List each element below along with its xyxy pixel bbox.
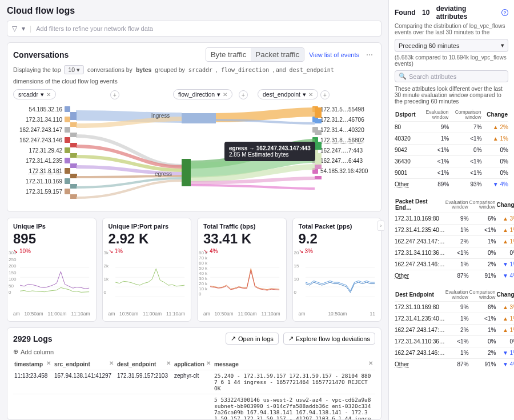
add-column-icon-1[interactable]: + xyxy=(110,90,119,99)
info-icon[interactable]: ? xyxy=(501,9,508,16)
table-row[interactable]: 172.31.41.235:40…1%<1%▲ 1% xyxy=(395,225,514,236)
deviations-title: Found 10 deviating attributes ? xyxy=(395,5,508,21)
explore-deviations-button[interactable]: ↗ Explore flow log deviations xyxy=(283,333,375,345)
byte-traffic-tab[interactable]: Byte traffic xyxy=(206,48,251,61)
svg-rect-13 xyxy=(315,130,322,135)
remove-column-icon[interactable]: ✕ xyxy=(109,360,114,366)
table-row[interactable]: 162.247.243.146:…1%2%▼ 1% xyxy=(395,347,514,359)
y-axis-ticks: 300250200150100500 xyxy=(9,250,16,295)
expand-icon[interactable]: › xyxy=(378,221,384,231)
conversations-panel: Conversations Byte traffic Packet traffi… xyxy=(7,42,382,212)
col-change: Change xyxy=(496,289,514,302)
sankey-col-flow[interactable]: flow_direction ▾ ✕ xyxy=(173,89,232,99)
table-row[interactable]: 5 533224300146 us-west-2 usw2-az4 - vpc-… xyxy=(13,394,375,421)
log-column-header[interactable]: message✕ xyxy=(213,359,375,370)
more-menu-icon[interactable]: ⋯ xyxy=(364,51,375,59)
arrow-down-icon: ↘ xyxy=(109,248,113,254)
comparison-window-select[interactable]: Preceding 60 minutes▾ xyxy=(395,39,508,52)
table-row[interactable]: 9001<1%<1% 0% xyxy=(395,167,508,179)
x-axis-ticks: am10:50am11:00am11:10am xyxy=(203,311,280,317)
topn-select[interactable]: 10 ▾ xyxy=(64,65,84,74)
sankey-chart: srcaddr ▾ ✕ + flow_direction ▾ ✕ + dest_… xyxy=(13,89,375,209)
table-row-other[interactable]: Other87%91%▼ 4% xyxy=(395,359,514,370)
sparkline xyxy=(203,257,280,308)
attribute-table: Dest Endpoint Evaluationwindow Compariso… xyxy=(395,289,514,370)
open-in-logs-button[interactable]: ↗ Open in logs xyxy=(226,333,279,345)
page-title: Cloud flow logs xyxy=(7,6,382,16)
remove-column-icon[interactable]: ✕ xyxy=(166,360,171,366)
stat-card: Unique IP:Port pairs 2.92 K ↘ 1% am10:50… xyxy=(102,218,192,322)
svg-text:ingress: ingress xyxy=(151,113,170,119)
log-column-header[interactable]: dest_endpoint✕ xyxy=(116,359,173,370)
svg-rect-17 xyxy=(315,176,322,179)
table-row-other[interactable]: Other87%91%▼ 4% xyxy=(395,270,514,282)
stat-title: Total Traffic (bps) xyxy=(203,223,280,230)
stat-card: Total Traffic (bps) 33.41 K ↘ 4% am10:50… xyxy=(197,218,287,322)
table-row[interactable]: 172.31.10.169:809%6%▲ 3% xyxy=(395,302,514,313)
chevron-down-icon: ▾ xyxy=(217,91,220,98)
sankey-col-src[interactable]: srcaddr ▾ ✕ xyxy=(13,89,56,99)
table-row[interactable]: 172.31.34.110:36…<1%0% 0% xyxy=(395,336,514,347)
table-row[interactable]: 36430<1%<1% 0% xyxy=(395,156,508,167)
external-icon: ↗ xyxy=(288,335,294,342)
table-row[interactable]: 172.31.41.235:40…1%<1%▲ 1% xyxy=(395,313,514,325)
chevron-down-icon: ▾ xyxy=(303,91,306,98)
sankey-col-dest[interactable]: dest_endpoint ▾ ✕ xyxy=(258,89,318,99)
table-row[interactable]: 809%7%▲ 2% xyxy=(395,122,508,133)
table-row[interactable]: 162.247.243.147:…2%1%▲ 1% xyxy=(395,236,514,247)
filter-placeholder: Add filters to refine your network flow … xyxy=(36,25,153,32)
arrow-down-icon: ↘ xyxy=(299,248,303,254)
packet-traffic-tab[interactable]: Packet traffic xyxy=(251,48,304,61)
svg-rect-12 xyxy=(315,119,322,123)
external-icon: ↗ xyxy=(231,335,236,342)
stat-delta: ↘ 1% xyxy=(109,248,186,254)
comparison-note: (5.683k compared to 10.694k log_vpc_flow… xyxy=(395,54,508,67)
remove-column-icon[interactable]: ✕ xyxy=(368,360,373,366)
log-column-header[interactable]: application✕ xyxy=(173,359,213,370)
traffic-toggle[interactable]: Byte traffic Packet traffic xyxy=(206,47,305,62)
filter-bar[interactable]: ▽ ▾ | Add filters to refine your network… xyxy=(7,21,382,37)
col-eval: Evaluationwindow xyxy=(420,109,449,122)
table-row[interactable]: 9042<1%0% 0% xyxy=(395,145,508,156)
close-icon[interactable]: ✕ xyxy=(46,91,51,98)
sparkline xyxy=(299,257,376,308)
table-row[interactable]: 162.247.243.146:…1%2%▼ 1% xyxy=(395,259,514,270)
add-column-button[interactable]: ⊕ Add column xyxy=(13,348,375,355)
chevron-down-icon: ▾ xyxy=(501,42,504,49)
table-row[interactable]: 403201%<1%▲ 1% xyxy=(395,133,508,145)
stat-card: Unique IPs 895 ↘ 10% am10:50am11:00am11:… xyxy=(7,218,97,322)
view-list-link[interactable]: View list of events xyxy=(309,51,359,58)
stat-value: 2.92 K xyxy=(109,231,186,247)
log-column-header[interactable]: timestamp✕ xyxy=(13,359,53,370)
conversations-subtitle: Displaying the top 10 ▾ conversations by… xyxy=(13,65,375,85)
stat-delta: ↘ 4% xyxy=(203,248,280,254)
close-icon[interactable]: ✕ xyxy=(223,91,227,98)
stat-value: 33.41 K xyxy=(203,231,280,247)
add-column-icon-3[interactable]: + xyxy=(320,90,330,99)
table-row[interactable]: 172.31.10.169:809%6%▲ 3% xyxy=(395,213,514,225)
filter-icon: ▽ xyxy=(12,25,17,33)
log-column-header[interactable]: src_endpoint✕ xyxy=(53,359,116,370)
table-row[interactable]: 162.247.243.147:…2%1%▲ 1% xyxy=(395,325,514,336)
chevron-down-icon: ▾ xyxy=(41,91,44,98)
close-icon[interactable]: ✕ xyxy=(308,91,313,98)
table-row[interactable]: 172.31.34.110:36…<1%0% 0% xyxy=(395,247,514,259)
conversations-title: Conversations xyxy=(13,50,69,59)
y-axis-ticks: 80 k70 k60 k50 k40 k30 k20 k10 k0 xyxy=(199,250,207,295)
svg-rect-14 xyxy=(315,142,322,150)
table-row-other[interactable]: Other89%93%▼ 4% xyxy=(395,179,508,190)
search-icon: 🔍 xyxy=(399,73,407,80)
remove-column-icon[interactable]: ✕ xyxy=(46,360,51,366)
table-row[interactable]: 11:13:23.458167.94.138.141:41297172.31.5… xyxy=(13,370,375,394)
remove-column-icon[interactable]: ✕ xyxy=(206,360,211,366)
add-column-icon-2[interactable]: + xyxy=(239,90,248,99)
search-attributes-input[interactable]: 🔍 Search attributes xyxy=(395,70,508,82)
plus-icon: ⊕ xyxy=(13,348,18,355)
stat-title: Unique IP:Port pairs xyxy=(109,223,186,230)
sparkline xyxy=(13,257,90,308)
x-axis-ticks: am10:50am11:00am11:10am xyxy=(109,311,186,317)
stat-delta: ↘ 10% xyxy=(13,248,90,254)
col-cmp: Comparisonwindow xyxy=(469,198,496,213)
svg-rect-9 xyxy=(182,113,216,123)
stat-value: 895 xyxy=(13,231,90,247)
